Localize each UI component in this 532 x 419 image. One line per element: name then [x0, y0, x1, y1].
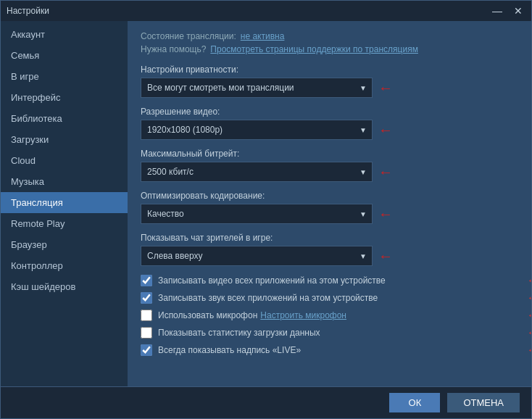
- close-button[interactable]: ✕: [511, 5, 525, 17]
- optimize-select[interactable]: Качество: [141, 204, 373, 224]
- minimize-button[interactable]: —: [489, 5, 505, 17]
- cb4-annotation-arrow: ←: [527, 326, 531, 339]
- resolution-select[interactable]: 1920x1080 (1080p): [141, 120, 373, 140]
- privacy-select[interactable]: Все могут смотреть мои трансляции: [141, 78, 373, 98]
- cb4-checkbox[interactable]: [141, 327, 152, 339]
- main-window: Настройки — ✕ АккаунтСемьяВ игреИнтерфей…: [0, 0, 532, 419]
- bitrate-select[interactable]: 2500 кбит/с: [141, 162, 373, 182]
- optimize-select-wrapper: Качество ▼: [141, 204, 373, 224]
- cb1-checkbox[interactable]: [141, 275, 152, 286]
- window-title: Настройки: [7, 6, 49, 16]
- bitrate-select-wrapper: 2500 кбит/с ▼: [141, 162, 373, 182]
- cb4-row: Показывать статистику загрузки данных ←: [141, 327, 518, 339]
- sidebar-item-музыка[interactable]: Музыка: [1, 171, 128, 192]
- cb2-row: Записывать звук всех приложений на этом …: [141, 292, 518, 304]
- sidebar-item-кэш_шейдеров[interactable]: Кэш шейдеров: [1, 276, 128, 297]
- optimize-label: Оптимизировать кодирование:: [141, 191, 518, 201]
- cb5-checkbox[interactable]: [141, 344, 152, 356]
- resolution-label: Разрешение видео:: [141, 107, 518, 117]
- sidebar-item-трансляция[interactable]: Трансляция: [1, 192, 128, 213]
- ok-button[interactable]: ОК: [389, 393, 440, 412]
- optimize-setting: Оптимизировать кодирование: Качество ▼ ←: [141, 191, 518, 224]
- sidebar-item-cloud[interactable]: Cloud: [1, 150, 128, 171]
- resolution-setting: Разрешение видео: 1920x1080 (1080p) ▼ ←: [141, 107, 518, 140]
- cb5-annotation-arrow: ←: [527, 344, 531, 357]
- cb4-label: Показывать статистику загрузки данных: [158, 328, 320, 338]
- cb3-label: Использовать микрофон: [158, 310, 257, 320]
- bitrate-annotation-arrow: ←: [378, 164, 393, 181]
- bitrate-label: Максимальный битрейт:: [141, 149, 518, 159]
- sidebar-item-семья[interactable]: Семья: [1, 45, 128, 66]
- cb3-annotation-arrow: ←: [527, 309, 531, 322]
- window-controls: — ✕: [489, 5, 525, 17]
- help-label: Нужна помощь?: [141, 44, 206, 54]
- cb3-checkbox[interactable]: [141, 310, 152, 321]
- cb5-label: Всегда показывать надпись «LIVE»: [158, 345, 301, 355]
- sidebar-item-контроллер[interactable]: Контроллер: [1, 255, 128, 276]
- privacy-select-wrapper: Все могут смотреть мои трансляции ▼: [141, 78, 373, 98]
- sidebar-item-remote_play[interactable]: Remote Play: [1, 213, 128, 234]
- chat-label: Показывать чат зрителей в игре:: [141, 233, 518, 243]
- privacy-label: Настройки приватности:: [141, 65, 518, 75]
- cb1-label: Записывать видео всех приложений на этом…: [158, 275, 386, 286]
- cb1-row: Записывать видео всех приложений на этом…: [141, 275, 518, 286]
- content-area: АккаунтСемьяВ игреИнтерфейсБиблиотекаЗаг…: [1, 21, 531, 386]
- cb5-row: Всегда показывать надпись «LIVE» ←: [141, 344, 518, 356]
- cb1-annotation-arrow: ←: [527, 274, 531, 287]
- sidebar-item-браузер[interactable]: Браузер: [1, 234, 128, 255]
- cancel-button[interactable]: ОТМЕНА: [447, 393, 520, 412]
- status-label: Состояние трансляции:: [141, 31, 236, 41]
- chat-select[interactable]: Слева вверху: [141, 246, 373, 266]
- resolution-select-wrapper: 1920x1080 (1080p) ▼: [141, 120, 373, 140]
- privacy-setting: Настройки приватности: Все могут смотрет…: [141, 65, 518, 98]
- sidebar-item-библиотека[interactable]: Библиотека: [1, 108, 128, 129]
- help-link[interactable]: Просмотреть страницы поддержки по трансл…: [210, 44, 418, 54]
- sidebar: АккаунтСемьяВ игреИнтерфейсБиблиотекаЗаг…: [1, 21, 128, 386]
- cb2-annotation-arrow: ←: [527, 291, 531, 304]
- help-row: Нужна помощь? Просмотреть страницы подде…: [141, 44, 518, 54]
- sidebar-item-в_игре[interactable]: В игре: [1, 66, 128, 87]
- cb3-row: Использовать микрофон Настроить микрофон…: [141, 310, 518, 321]
- resolution-annotation-arrow: ←: [378, 122, 393, 138]
- cb2-checkbox[interactable]: [141, 292, 152, 304]
- main-panel: Состояние трансляции: не активна Нужна п…: [128, 21, 531, 386]
- chat-select-wrapper: Слева вверху ▼: [141, 246, 373, 266]
- chat-annotation-arrow: ←: [378, 248, 393, 265]
- titlebar: Настройки — ✕: [1, 1, 531, 21]
- status-row: Состояние трансляции: не активна: [141, 31, 518, 41]
- cb3-link[interactable]: Настроить микрофон: [260, 310, 346, 320]
- status-value[interactable]: не активна: [241, 31, 285, 41]
- optimize-annotation-arrow: ←: [378, 206, 393, 223]
- cb2-label: Записывать звук всех приложений на этом …: [158, 293, 378, 303]
- footer: ОК ОТМЕНА: [1, 386, 531, 418]
- bitrate-setting: Максимальный битрейт: 2500 кбит/с ▼ ←: [141, 149, 518, 182]
- privacy-annotation-arrow: ←: [378, 80, 393, 96]
- sidebar-item-интерфейс[interactable]: Интерфейс: [1, 87, 128, 108]
- sidebar-item-аккаунт[interactable]: Аккаунт: [1, 24, 128, 45]
- chat-setting: Показывать чат зрителей в игре: Слева вв…: [141, 233, 518, 266]
- sidebar-item-загрузки[interactable]: Загрузки: [1, 129, 128, 150]
